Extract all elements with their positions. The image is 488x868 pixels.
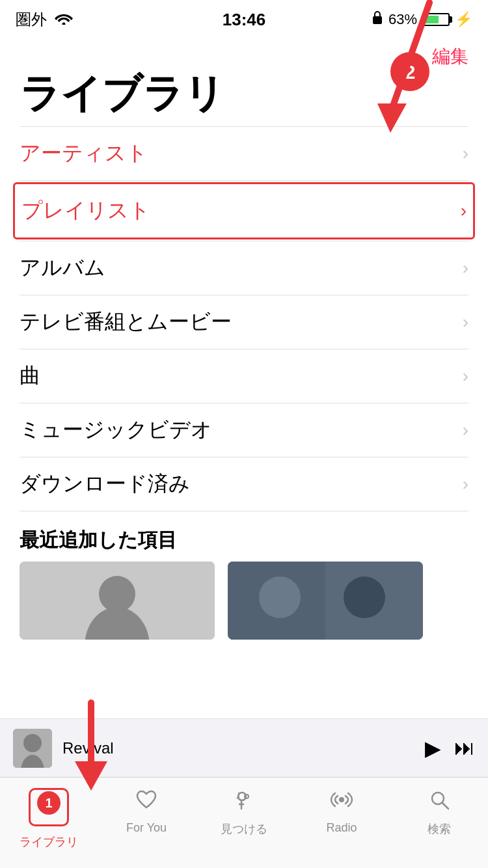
playlists-label: プレイリスト	[21, 197, 150, 225]
now-playing-bar: Revival ▶ ⏭	[0, 718, 488, 777]
svg-point-9	[259, 576, 301, 618]
tab-item-search[interactable]: 検索	[390, 788, 488, 837]
svg-point-10	[344, 576, 385, 618]
tab-item-library[interactable]: ♪ 1 ライブラリ	[0, 788, 98, 850]
songs-label: 曲	[20, 362, 40, 390]
tab-bar: ♪ 1 ライブラリ For You ♩ 見つける	[0, 777, 488, 868]
browse-tab-icon: ♩	[232, 788, 256, 817]
highlighted-playlists: プレイリスト ›	[13, 182, 475, 239]
carrier-text: 圏外	[16, 9, 47, 30]
tab-item-radio[interactable]: Radio	[293, 788, 390, 835]
list-item-tv-movies[interactable]: テレビ番組とムービー ›	[0, 295, 488, 349]
radio-tab-label: Radio	[326, 821, 357, 835]
library-list: アーティスト › プレイリスト › アルバム › テレビ番組とムービー › 曲 …	[0, 126, 488, 511]
recent-section	[0, 562, 488, 640]
status-left: 圏外	[16, 9, 73, 30]
downloaded-label: ダウンロード済み	[20, 470, 190, 498]
browse-tab-label: 見つける	[221, 821, 267, 837]
wifi-icon	[55, 10, 73, 29]
library-tab-label: ライブラリ	[20, 834, 78, 850]
songs-chevron: ›	[463, 366, 468, 387]
artists-chevron: ›	[463, 143, 468, 164]
play-button[interactable]: ▶	[425, 736, 441, 761]
divider-1	[20, 180, 468, 181]
search-tab-label: 検索	[427, 821, 451, 837]
svg-point-13	[23, 734, 42, 752]
tv-movies-chevron: ›	[463, 312, 468, 332]
list-item-songs[interactable]: 曲 ›	[0, 349, 488, 403]
tab-badge-1: 1	[37, 791, 61, 815]
svg-line-2	[390, 3, 429, 113]
skip-forward-button[interactable]: ⏭	[454, 736, 475, 760]
now-playing-info: Revival	[52, 739, 425, 757]
tab-item-browse[interactable]: ♩ 見つける	[195, 788, 293, 837]
recent-items-row	[20, 562, 468, 640]
svg-point-6	[99, 576, 135, 612]
albums-label: アルバム	[20, 254, 105, 282]
artists-label: アーティスト	[20, 139, 148, 168]
charging-icon: ⚡	[455, 11, 472, 28]
tv-movies-label: テレビ番組とムービー	[20, 308, 232, 336]
music-videos-label: ミュージックビデオ	[20, 416, 212, 444]
svg-point-25	[339, 797, 344, 802]
arrow-svg	[325, 0, 455, 146]
recent-section-header: 最近追加した項目	[0, 511, 488, 562]
list-item-playlists[interactable]: プレイリスト ›	[15, 184, 473, 237]
recent-thumb-2[interactable]	[228, 562, 423, 640]
search-tab-icon	[427, 788, 451, 817]
playlists-chevron: ›	[461, 200, 467, 221]
for-you-tab-label: For You	[126, 821, 167, 835]
list-item-music-videos[interactable]: ミュージックビデオ ›	[0, 403, 488, 457]
albums-chevron: ›	[463, 258, 468, 278]
recent-thumb-1[interactable]	[20, 562, 215, 640]
downloaded-chevron: ›	[463, 474, 468, 495]
page-title: ライブラリ	[20, 71, 224, 116]
music-videos-chevron: ›	[463, 420, 468, 441]
list-item-albums[interactable]: アルバム ›	[0, 241, 488, 295]
now-playing-thumb	[13, 729, 52, 768]
list-item-downloaded[interactable]: ダウンロード済み ›	[0, 457, 488, 511]
svg-marker-3	[377, 103, 407, 133]
svg-line-27	[442, 803, 449, 809]
tab-item-for-you[interactable]: For You	[98, 788, 195, 835]
status-time: 13:46	[223, 10, 266, 30]
now-playing-controls: ▶ ⏭	[425, 736, 475, 761]
svg-point-0	[62, 23, 66, 25]
svg-text:♩: ♩	[236, 791, 240, 800]
for-you-tab-icon	[135, 788, 158, 817]
now-playing-title: Revival	[62, 739, 114, 757]
radio-tab-icon	[330, 788, 353, 817]
